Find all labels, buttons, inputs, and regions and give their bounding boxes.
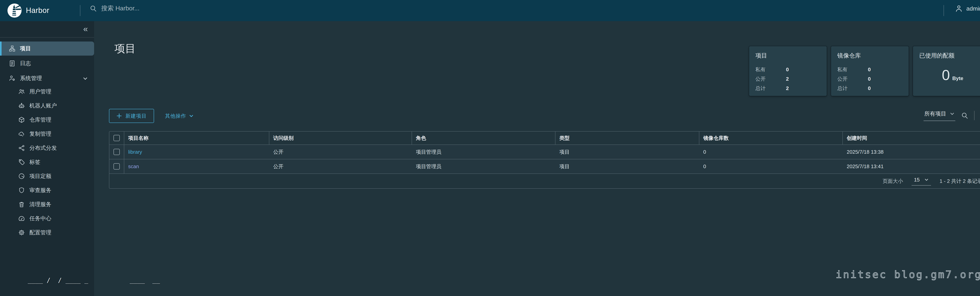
card-title: 已使用的配额 <box>919 52 980 60</box>
other-actions-dropdown[interactable]: 其他操作 <box>165 112 194 119</box>
credit-watermark: initsec blog.gm7.org <box>836 269 980 280</box>
stat-value: 2 <box>786 85 789 92</box>
sidebar-item-projects[interactable]: 项目 <box>0 41 94 55</box>
sidebar-item-interrogation-services[interactable]: 审查服务 <box>0 183 94 197</box>
stat-label: 私有 <box>837 66 868 73</box>
sidebar-item-label: 复制管理 <box>29 130 51 138</box>
cell-type: 项目 <box>555 159 699 173</box>
page-size-label: 页面大小 <box>883 178 903 185</box>
toolbar-divider <box>974 111 975 120</box>
brand-title: Harbor <box>26 6 49 15</box>
table-filter-controls: 所有项目 <box>924 110 980 121</box>
robot-icon <box>18 102 25 109</box>
sidebar-divider <box>0 37 94 38</box>
trash-icon <box>18 201 25 208</box>
sidebar-item-label: 系统管理 <box>20 74 42 82</box>
chevron-down-icon <box>83 76 88 81</box>
row-checkbox[interactable] <box>113 163 120 169</box>
sidebar-item-label: 项目 <box>20 45 31 52</box>
administration-submenu: 用户管理 机器人账户 仓库管理 <box>0 85 94 240</box>
app-header: Harbor admin <box>0 0 980 21</box>
project-link[interactable]: library <box>128 149 142 155</box>
sidebar-item-distribution[interactable]: 分布式分发 <box>0 141 94 155</box>
username: admin <box>966 5 980 12</box>
cell-access: 公开 <box>269 145 412 159</box>
cell-role: 项目管理员 <box>412 145 555 159</box>
stat-label: 私有 <box>756 66 786 73</box>
chevron-down-icon <box>924 177 929 182</box>
cell-repo-count: 0 <box>699 159 843 173</box>
logs-icon <box>9 60 16 67</box>
admin-user-gear-icon <box>9 75 16 82</box>
sidebar-item-registries[interactable]: 仓库管理 <box>0 113 94 127</box>
projects-stat-card: 项目 私有0 公开2 总计2 <box>749 46 827 96</box>
select-all-checkbox[interactable] <box>113 135 120 141</box>
quota-pie-icon <box>18 173 25 180</box>
new-project-button[interactable]: 新建项目 <box>109 109 154 123</box>
stat-value: 0 <box>868 76 871 82</box>
card-title: 项目 <box>756 52 821 60</box>
users-icon <box>18 88 25 95</box>
stat-value: 0 <box>868 85 871 92</box>
sidebar-item-administration[interactable]: 系统管理 <box>0 71 94 85</box>
header-divider-right <box>943 5 944 16</box>
quota-unit: Byte <box>952 75 963 81</box>
page-title: 项目 <box>115 41 136 56</box>
sidebar: « 项目 日志 <box>0 21 94 296</box>
project-filter-value: 所有项目 <box>924 110 946 117</box>
quota-value: 0 <box>942 67 950 83</box>
registry-cube-icon <box>18 116 25 123</box>
global-search <box>89 4 364 12</box>
card-title: 镜像仓库 <box>837 52 902 60</box>
sidebar-item-label: 仓库管理 <box>29 116 51 123</box>
sidebar-item-job-service-dashboard[interactable]: 任务中心 <box>0 211 94 226</box>
table-header-row: 项目名称 访问级别 角色 类型 镜像仓库数 创建时间 <box>109 131 980 144</box>
column-header-type: 类型 <box>555 131 699 144</box>
storage-quota-card: 已使用的配额 0 Byte <box>913 46 980 96</box>
projects-table: 项目名称 访问级别 角色 类型 镜像仓库数 创建时间 library 公开 项目… <box>109 131 980 189</box>
stat-value: 2 <box>786 76 789 82</box>
sidebar-item-configuration[interactable]: 配置管理 <box>0 226 94 240</box>
table-toolbar: 新建项目 其他操作 <box>109 109 194 123</box>
summary-cards: 项目 私有0 公开2 总计2 镜像仓库 私有0 公开0 总计0 已使用的配额 0… <box>749 46 980 96</box>
sidebar-item-garbage-collection[interactable]: 清理服务 <box>0 197 94 211</box>
cell-role: 项目管理员 <box>412 159 555 173</box>
gauge-icon <box>18 215 25 222</box>
stat-value: 0 <box>868 66 871 73</box>
table-row-scan: scan 公开 项目管理员 项目 0 2025/7/18 13:41 <box>109 159 980 173</box>
sidebar-item-project-quotas[interactable]: 项目定额 <box>0 169 94 183</box>
sidebar-item-labels[interactable]: 标签 <box>0 155 94 169</box>
plus-icon <box>116 113 122 119</box>
cell-repo-count: 0 <box>699 145 843 159</box>
new-project-label: 新建项目 <box>126 112 146 119</box>
sidebar-item-label: 分布式分发 <box>29 144 57 152</box>
table-search-button[interactable] <box>961 112 969 119</box>
ascii-art-watermark: ____ / / ____ _ ____ __ ___/ / // / / / … <box>5 258 164 296</box>
search-input[interactable] <box>100 4 351 12</box>
column-header-created: 创建时间 <box>843 131 980 144</box>
table-row-library: library 公开 项目管理员 项目 0 2025/7/18 13:38 <box>109 144 980 159</box>
sidebar-item-label: 任务中心 <box>29 215 51 222</box>
project-link[interactable]: scan <box>128 163 139 169</box>
user-menu[interactable]: admin <box>955 4 980 13</box>
column-header-name: 项目名称 <box>124 131 269 144</box>
sidebar-nav: 项目 日志 系统管理 <box>0 41 94 240</box>
sidebar-item-label: 审查服务 <box>29 187 51 194</box>
sidebar-item-user-management[interactable]: 用户管理 <box>0 85 94 99</box>
page-size-value: 15 <box>914 177 920 183</box>
row-checkbox[interactable] <box>113 149 120 155</box>
distribution-share-icon <box>18 144 25 152</box>
project-filter-dropdown[interactable]: 所有项目 <box>924 110 955 121</box>
page-size-select[interactable]: 15 <box>912 177 931 185</box>
harbor-logo-icon[interactable] <box>7 3 22 18</box>
shield-icon <box>18 187 25 194</box>
sidebar-item-robot-accounts[interactable]: 机器人账户 <box>0 99 94 113</box>
other-actions-label: 其他操作 <box>165 112 186 119</box>
sidebar-item-label: 机器人账户 <box>29 102 57 109</box>
sidebar-collapse-button[interactable]: « <box>83 24 88 34</box>
column-header-repo-count: 镜像仓库数 <box>699 131 843 144</box>
sidebar-item-logs[interactable]: 日志 <box>0 56 94 70</box>
tag-icon <box>18 158 25 166</box>
cell-created: 2025/7/18 13:41 <box>843 159 980 173</box>
sidebar-item-replications[interactable]: 复制管理 <box>0 127 94 141</box>
